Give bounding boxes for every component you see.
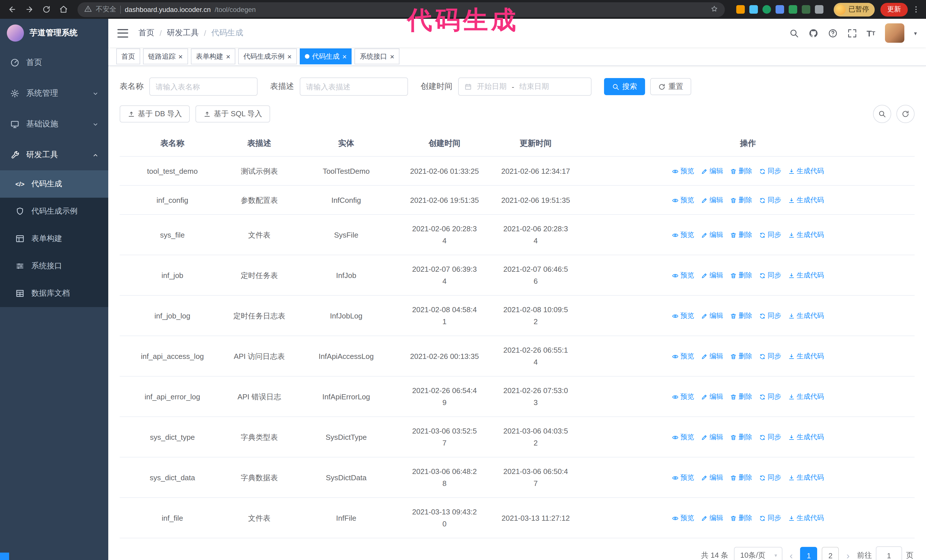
date-range-picker[interactable]: 开始日期 - 结束日期 bbox=[458, 77, 592, 96]
action-generate[interactable]: 生成代码 bbox=[788, 269, 824, 281]
reload-button[interactable] bbox=[39, 2, 54, 17]
action-generate[interactable]: 生成代码 bbox=[788, 472, 824, 484]
tab-close-icon[interactable]: × bbox=[342, 53, 347, 60]
sidebar-item-system[interactable]: 系统管理 bbox=[0, 78, 108, 109]
action-sync[interactable]: 同步 bbox=[759, 269, 781, 281]
action-edit[interactable]: 编辑 bbox=[701, 391, 723, 403]
action-preview[interactable]: 预览 bbox=[672, 194, 694, 206]
tab-close-icon[interactable]: × bbox=[287, 53, 292, 60]
toggle-search-button[interactable] bbox=[873, 105, 891, 123]
tab-codegen-demo[interactable]: 代码生成示例× bbox=[238, 48, 297, 64]
extension-puzzle-icon[interactable] bbox=[815, 5, 823, 14]
import-db-button[interactable]: 基于 DB 导入 bbox=[120, 106, 190, 122]
tab-close-icon[interactable]: × bbox=[390, 53, 394, 60]
action-sync[interactable]: 同步 bbox=[759, 165, 781, 177]
action-delete[interactable]: 删除 bbox=[730, 512, 752, 524]
action-sync[interactable]: 同步 bbox=[759, 194, 781, 206]
action-generate[interactable]: 生成代码 bbox=[788, 310, 824, 322]
address-bar[interactable]: 不安全 dashboard.yudao.iocoder.cn/tool/code… bbox=[77, 2, 725, 17]
action-preview[interactable]: 预览 bbox=[672, 431, 694, 443]
action-delete[interactable]: 删除 bbox=[730, 472, 752, 484]
action-sync[interactable]: 同步 bbox=[759, 229, 781, 241]
refresh-table-button[interactable] bbox=[896, 105, 915, 123]
forward-button[interactable] bbox=[22, 2, 36, 17]
breadcrumb-item[interactable]: 研发工具 bbox=[167, 28, 199, 38]
tab-trace[interactable]: 链路追踪× bbox=[143, 48, 188, 64]
import-sql-button[interactable]: 基于 SQL 导入 bbox=[196, 106, 270, 122]
tab-form-builder[interactable]: 表单构建× bbox=[191, 48, 235, 64]
home-button[interactable] bbox=[56, 2, 71, 17]
action-sync[interactable]: 同步 bbox=[759, 431, 781, 443]
action-sync[interactable]: 同步 bbox=[759, 310, 781, 322]
table-name-input[interactable] bbox=[149, 77, 257, 96]
action-delete[interactable]: 删除 bbox=[730, 229, 752, 241]
action-preview[interactable]: 预览 bbox=[672, 472, 694, 484]
action-edit[interactable]: 编辑 bbox=[701, 269, 723, 281]
tab-api[interactable]: 系统接口× bbox=[355, 48, 399, 64]
action-edit[interactable]: 编辑 bbox=[701, 512, 723, 524]
action-sync[interactable]: 同步 bbox=[759, 512, 781, 524]
action-generate[interactable]: 生成代码 bbox=[788, 350, 824, 362]
action-preview[interactable]: 预览 bbox=[672, 391, 694, 403]
question-icon[interactable] bbox=[828, 28, 837, 38]
action-edit[interactable]: 编辑 bbox=[701, 350, 723, 362]
action-delete[interactable]: 删除 bbox=[730, 165, 752, 177]
search-icon[interactable] bbox=[789, 28, 799, 38]
sidebar-item-api[interactable]: 系统接口 bbox=[0, 252, 108, 280]
next-page-button[interactable]: › bbox=[845, 551, 851, 560]
tab-codegen[interactable]: 代码生成× bbox=[300, 48, 352, 64]
action-generate[interactable]: 生成代码 bbox=[788, 229, 824, 241]
action-delete[interactable]: 删除 bbox=[730, 350, 752, 362]
back-button[interactable] bbox=[5, 2, 20, 17]
extension-green-v-icon[interactable] bbox=[763, 5, 771, 14]
bookmark-star-icon[interactable] bbox=[711, 5, 718, 14]
browser-profile-chip[interactable]: 已暂停 bbox=[834, 3, 875, 16]
sidebar-item-infra[interactable]: 基础设施 bbox=[0, 109, 108, 140]
extension-orange-icon[interactable] bbox=[736, 5, 745, 14]
prev-page-button[interactable]: ‹ bbox=[788, 551, 794, 560]
sidebar-item-home[interactable]: 首页 bbox=[0, 47, 108, 78]
sidebar-item-devtools[interactable]: 研发工具 bbox=[0, 140, 108, 171]
tab-close-icon[interactable]: × bbox=[226, 53, 230, 60]
app-logo[interactable]: 芋道管理系统 bbox=[0, 19, 108, 47]
action-generate[interactable]: 生成代码 bbox=[788, 512, 824, 524]
action-preview[interactable]: 预览 bbox=[672, 269, 694, 281]
action-edit[interactable]: 编辑 bbox=[701, 165, 723, 177]
extension-people-icon[interactable] bbox=[776, 5, 784, 14]
extension-card-icon[interactable] bbox=[789, 5, 797, 14]
action-preview[interactable]: 预览 bbox=[672, 229, 694, 241]
browser-update-button[interactable]: 更新 bbox=[881, 3, 908, 16]
action-edit[interactable]: 编辑 bbox=[701, 229, 723, 241]
action-edit[interactable]: 编辑 bbox=[701, 472, 723, 484]
action-delete[interactable]: 删除 bbox=[730, 269, 752, 281]
fullscreen-icon[interactable] bbox=[847, 28, 857, 38]
browser-menu-icon[interactable] bbox=[910, 3, 921, 16]
goto-page-input[interactable] bbox=[876, 546, 902, 560]
page-size-select[interactable]: 10条/页 ▾ bbox=[734, 547, 782, 560]
user-avatar[interactable] bbox=[885, 23, 904, 43]
action-preview[interactable]: 预览 bbox=[672, 350, 694, 362]
action-generate[interactable]: 生成代码 bbox=[788, 194, 824, 206]
action-sync[interactable]: 同步 bbox=[759, 391, 781, 403]
sidebar-item-db-doc[interactable]: 数据库文档 bbox=[0, 280, 108, 307]
tab-home[interactable]: 首页 bbox=[116, 48, 140, 64]
collapse-sidebar-button[interactable] bbox=[117, 29, 128, 37]
action-generate[interactable]: 生成代码 bbox=[788, 431, 824, 443]
action-delete[interactable]: 删除 bbox=[730, 310, 752, 322]
fontsize-icon[interactable]: TT bbox=[867, 28, 875, 38]
corner-widget[interactable] bbox=[0, 552, 9, 560]
action-preview[interactable]: 预览 bbox=[672, 310, 694, 322]
action-delete[interactable]: 删除 bbox=[730, 431, 752, 443]
action-delete[interactable]: 删除 bbox=[730, 194, 752, 206]
github-icon[interactable] bbox=[808, 28, 818, 38]
action-sync[interactable]: 同步 bbox=[759, 472, 781, 484]
breadcrumb-item[interactable]: 首页 bbox=[138, 28, 154, 38]
search-button[interactable]: 搜索 bbox=[604, 78, 645, 95]
sidebar-item-form-builder[interactable]: 表单构建 bbox=[0, 225, 108, 252]
tab-close-icon[interactable]: × bbox=[179, 53, 183, 60]
user-caret-down-icon[interactable]: ▾ bbox=[914, 30, 917, 36]
action-preview[interactable]: 预览 bbox=[672, 165, 694, 177]
extension-leaf-icon[interactable] bbox=[802, 5, 810, 14]
page-button-1[interactable]: 1 bbox=[800, 547, 817, 560]
action-edit[interactable]: 编辑 bbox=[701, 194, 723, 206]
